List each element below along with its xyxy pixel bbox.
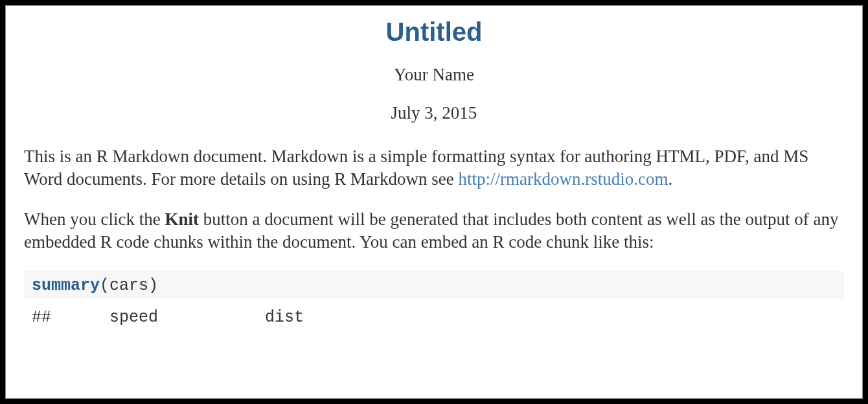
intro-text-before-link: This is an R Markdown document. Markdown… — [24, 147, 808, 189]
knit-text-before-bold: When you click the — [24, 209, 165, 229]
document-frame: Untitled Your Name July 3, 2015 This is … — [5, 5, 863, 399]
knit-paragraph: When you click the Knit button a documen… — [24, 208, 844, 253]
document-author: Your Name — [24, 65, 844, 85]
document-title: Untitled — [24, 18, 844, 47]
code-rest: (cars) — [100, 276, 158, 295]
intro-text-after-link: . — [668, 169, 672, 189]
code-function-name: summary — [32, 276, 100, 295]
rmarkdown-link[interactable]: http://rmarkdown.rstudio.com — [458, 169, 668, 189]
intro-paragraph: This is an R Markdown document. Markdown… — [24, 145, 844, 190]
code-chunk: summary(cars) — [24, 271, 844, 299]
code-output: ## speed dist — [24, 299, 844, 327]
knit-bold-word: Knit — [165, 209, 199, 229]
document-date: July 3, 2015 — [24, 103, 844, 123]
